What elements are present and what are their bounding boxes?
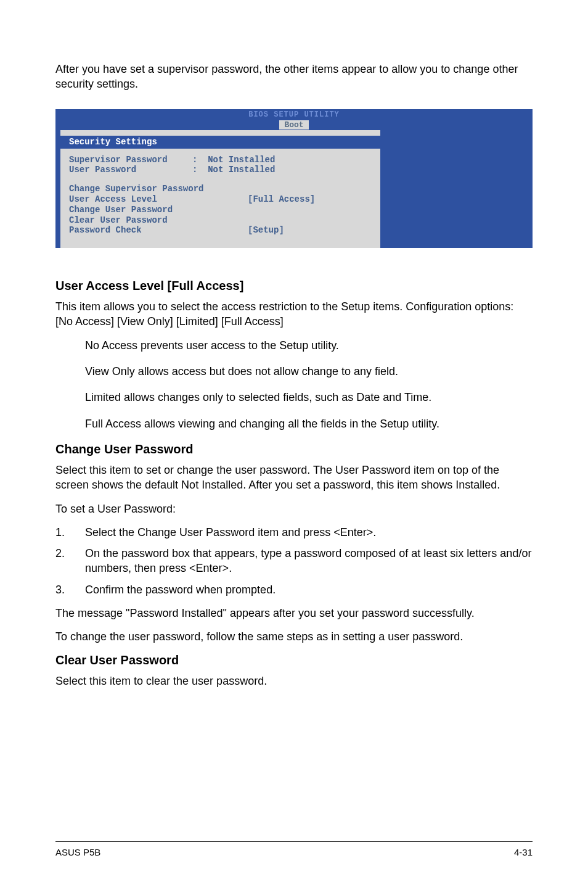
ual-description: This item allows you to select the acces… [55,299,533,329]
change-user-password-heading: Change User Password [55,442,533,456]
clr-desc: Select this item to clear the user passw… [55,674,533,688]
change-user-password-item[interactable]: Change User Password [69,205,372,215]
bios-help-panel [380,130,528,249]
step-3: 3.Confirm the password when prompted. [55,582,533,597]
cup-desc: Select this item to set or change the us… [55,463,533,493]
password-check-label[interactable]: Password Check [69,225,248,236]
footer-left: ASUS P5B [55,847,100,857]
supervisor-password-value: : Not Installed [192,155,275,165]
page-footer: ASUS P5B 4-31 [55,841,533,857]
clear-user-password-item[interactable]: Clear User Password [69,215,372,226]
user-password-value: : Not Installed [192,165,275,175]
cup-toset: To set a User Password: [55,501,533,516]
no-access-desc: No Access prevents user access to the Se… [55,338,533,353]
password-check-value: [Setup] [248,225,284,236]
supervisor-password-label: Supervisor Password [69,155,192,165]
clear-user-password-heading: Clear User Password [55,653,533,667]
bios-title: BIOS SETUP UTILITY [55,110,533,119]
cup-change-msg: To change the user password, follow the … [55,629,533,644]
user-access-level-heading: User Access Level [Full Access] [55,279,533,293]
step-2: 2.On the password box that appears, type… [55,546,533,576]
bios-tab-boot: Boot [279,120,308,130]
limited-desc: Limited allows changes only to selected … [55,390,533,405]
intro-paragraph: After you have set a supervisor password… [55,62,533,92]
full-access-desc: Full Access allows viewing and changing … [55,416,533,431]
bios-screenshot: BIOS SETUP UTILITY Boot Security Setting… [55,109,533,249]
security-settings-header: Security Settings [60,135,380,149]
user-password-label: User Password [69,165,192,175]
change-supervisor-password-item[interactable]: Change Supervisor Password [69,184,372,194]
user-access-level-value: [Full Access] [248,194,315,205]
user-access-level-label[interactable]: User Access Level [69,194,248,205]
steps-list: 1.Select the Change User Password item a… [55,525,533,597]
cup-success-msg: The message "Password Installed" appears… [55,606,533,621]
view-only-desc: View Only allows access but does not all… [55,364,533,379]
footer-right: 4-31 [514,847,533,857]
step-1: 1.Select the Change User Password item a… [55,525,533,540]
